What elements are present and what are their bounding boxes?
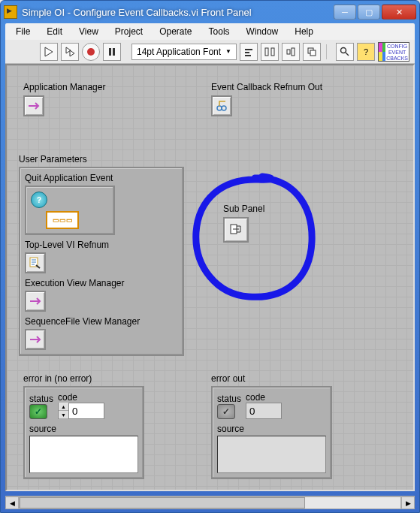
menu-window[interactable]: Window — [239, 25, 286, 38]
run-button[interactable] — [40, 43, 58, 61]
h-scrollbar[interactable]: ◀ ▶ — [5, 496, 415, 509]
font-label: 14pt Application Font — [137, 47, 221, 57]
menu-edit[interactable]: Edit — [39, 25, 70, 38]
svg-point-0 — [87, 48, 95, 56]
svg-rect-7 — [271, 48, 274, 56]
seqfile-view-mgr-label: SequenceFile View Manager — [25, 316, 178, 327]
error-in-cluster[interactable]: status ✓ code ▲▼ source — [23, 386, 144, 479]
scroll-left-button[interactable]: ◀ — [5, 496, 19, 509]
menubar: File Edit View Project Operate Tools Win… — [5, 23, 415, 40]
error-out-code-indicator — [246, 403, 282, 419]
svg-point-15 — [222, 106, 226, 110]
app-manager-label: Application Manager — [23, 82, 105, 92]
run-continuous-button[interactable] — [61, 43, 79, 61]
svg-point-12 — [341, 47, 346, 53]
top-vi-refnum[interactable] — [25, 252, 46, 273]
font-selector[interactable]: 14pt Application Font ▼ — [131, 44, 237, 60]
event-cb-refnum-label: Event Callback Refnum Out — [211, 82, 322, 92]
error-in-status-label: status — [29, 394, 53, 404]
menu-project[interactable]: Project — [107, 25, 150, 38]
resize-button[interactable] — [282, 43, 300, 61]
event-cb-refnum[interactable] — [211, 95, 232, 116]
error-out-code-label: code — [246, 392, 282, 403]
menu-help[interactable]: Help — [287, 25, 321, 38]
abort-button[interactable] — [82, 43, 100, 61]
svg-rect-8 — [287, 50, 290, 54]
pause-button[interactable] — [103, 43, 121, 61]
event-icon: ? — [31, 192, 47, 208]
menu-operate[interactable]: Operate — [152, 25, 199, 38]
error-out-status-led: ✓ — [217, 404, 235, 419]
error-in-code-input[interactable] — [69, 403, 104, 418]
svg-rect-11 — [310, 50, 316, 56]
sub-panel-label: Sub Panel — [223, 204, 264, 214]
error-out-title: error out — [211, 373, 332, 384]
user-params-label: User Parameters — [19, 154, 184, 164]
search-button[interactable] — [336, 43, 354, 61]
event-ref-icon: ▭▭▭ — [46, 211, 79, 229]
menu-view[interactable]: View — [71, 25, 106, 38]
error-in-code-label: code — [58, 392, 104, 403]
titlebar[interactable]: Simple OI - Configure Event Callbacks.vi… — [1, 1, 419, 23]
reorder-button[interactable] — [303, 43, 321, 61]
app-manager-refnum[interactable] — [23, 95, 44, 116]
quit-app-event-label: Quit Application Event — [25, 173, 178, 183]
svg-rect-6 — [265, 48, 268, 56]
error-in-status-led[interactable]: ✓ — [29, 404, 47, 419]
svg-rect-1 — [109, 48, 111, 56]
app-window: Simple OI - Configure Event Callbacks.vi… — [0, 0, 420, 513]
menu-file[interactable]: File — [8, 25, 38, 38]
sub-panel-control[interactable] — [223, 217, 249, 243]
error-out-source-label: source — [217, 424, 326, 434]
svg-point-14 — [217, 106, 222, 110]
user-params-cluster[interactable]: Quit Application Event ? ▭▭▭ Top-Level V… — [19, 167, 184, 356]
svg-line-13 — [346, 53, 349, 56]
top-vi-refnum-label: Top-Level VI Refnum — [25, 240, 178, 250]
align-button[interactable] — [240, 43, 258, 61]
error-in-title: error in (no error) — [23, 373, 144, 384]
error-out-status-label: status — [217, 394, 241, 404]
spinner-down[interactable]: ▼ — [59, 411, 68, 419]
error-in-code-control[interactable]: ▲▼ — [58, 403, 104, 419]
vi-icon-badge[interactable]: CONFIG EVENT CBACKS — [378, 42, 409, 62]
svg-rect-2 — [113, 48, 115, 56]
error-out-source-value — [217, 436, 326, 473]
svg-rect-4 — [245, 52, 249, 53]
toolbar: 14pt Application Font ▼ ? CONFIG EVENT C… — [5, 40, 415, 64]
svg-rect-5 — [245, 55, 251, 56]
distribute-button[interactable] — [261, 43, 279, 61]
exec-view-mgr-refnum[interactable] — [25, 291, 46, 312]
scroll-right-button[interactable]: ▶ — [401, 496, 415, 509]
minimize-button[interactable]: ─ — [334, 5, 356, 20]
maximize-button[interactable]: ▢ — [358, 5, 380, 20]
quit-app-event-cluster[interactable]: ? ▭▭▭ — [25, 186, 115, 235]
spinner-up[interactable]: ▲ — [59, 403, 68, 411]
error-in-source-input[interactable] — [29, 436, 138, 473]
error-out-cluster[interactable]: status ✓ code source — [211, 386, 332, 479]
help-button[interactable]: ? — [357, 43, 375, 61]
error-in-source-label: source — [29, 424, 138, 434]
menu-tools[interactable]: Tools — [201, 25, 237, 38]
exec-view-mgr-label: Execution View Manager — [25, 278, 178, 288]
chevron-down-icon: ▼ — [225, 48, 231, 55]
scroll-thumb[interactable] — [20, 497, 305, 508]
vi-icon — [4, 5, 17, 19]
front-panel-canvas[interactable]: Application Manager Event Callback Refnu… — [5, 64, 415, 491]
window-title: Simple OI - Configure Event Callbacks.vi… — [22, 7, 334, 18]
close-button[interactable]: ✕ — [382, 5, 416, 20]
seqfile-view-mgr-refnum[interactable] — [25, 329, 46, 350]
error-out-code-value — [246, 403, 281, 418]
svg-rect-9 — [292, 48, 295, 56]
svg-rect-3 — [245, 49, 252, 50]
